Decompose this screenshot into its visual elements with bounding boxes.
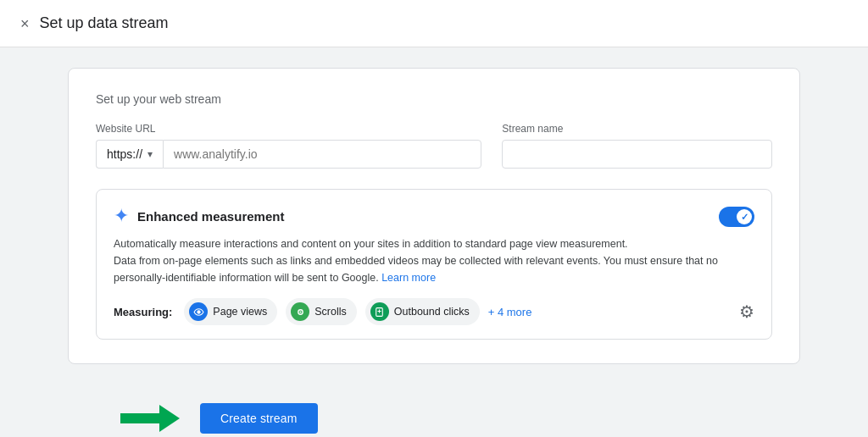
protocol-select[interactable]: https:// ▾ — [96, 140, 163, 169]
bottom-bar: Create stream — [53, 384, 815, 437]
page-views-label: Page views — [213, 306, 267, 318]
check-icon: ✓ — [741, 212, 748, 223]
scrolls-label: Scrolls — [314, 306, 347, 318]
arrow-container — [120, 401, 180, 435]
measuring-label: Measuring: — [114, 306, 172, 318]
svg-point-0 — [197, 310, 200, 313]
website-url-input[interactable]: www.analytify.io — [163, 140, 481, 169]
form-row: Website URL https:// ▾ www.analytify.io … — [96, 123, 772, 169]
learn-more-link[interactable]: Learn more — [381, 272, 436, 284]
svg-point-2 — [299, 311, 301, 313]
scrolls-icon — [291, 302, 309, 321]
main-content: Set up your web stream Website URL https… — [0, 47, 868, 384]
outbound-clicks-icon — [370, 302, 389, 321]
chevron-down-icon: ▾ — [147, 148, 153, 160]
toggle-knob: ✓ — [737, 209, 752, 224]
enhanced-header-left: ✦ Enhanced measurement — [114, 207, 284, 225]
protocol-value: https:// — [107, 147, 142, 161]
create-stream-button[interactable]: Create stream — [200, 403, 318, 434]
website-url-label: Website URL — [96, 123, 481, 135]
page-views-chip: Page views — [184, 298, 277, 325]
desc-line1: Automatically measure interactions and c… — [114, 238, 628, 250]
scrolls-chip: Scrolls — [286, 298, 357, 325]
stream-name-input[interactable]: testing — [502, 140, 772, 169]
sparkle-icon: ✦ — [114, 207, 129, 225]
gear-icon[interactable]: ⚙ — [739, 301, 754, 322]
enhanced-toggle[interactable]: ✓ — [719, 207, 754, 227]
green-arrow-icon — [120, 401, 180, 435]
enhanced-description: Automatically measure interactions and c… — [114, 235, 754, 286]
website-url-group: Website URL https:// ▾ www.analytify.io — [96, 123, 481, 169]
outbound-clicks-label: Outbound clicks — [394, 306, 470, 318]
page-views-icon — [189, 302, 208, 321]
stream-name-group: Stream name testing — [502, 123, 772, 169]
setup-card: Set up your web stream Website URL https… — [68, 68, 800, 364]
card-title: Set up your web stream — [96, 92, 772, 106]
stream-name-label: Stream name — [502, 123, 772, 135]
top-bar: × Set up data stream — [0, 0, 868, 47]
url-input-group: https:// ▾ www.analytify.io — [96, 140, 481, 169]
close-icon[interactable]: × — [20, 16, 30, 31]
enhanced-measurement-box: ✦ Enhanced measurement ✓ Automatically m… — [96, 189, 772, 340]
enhanced-header: ✦ Enhanced measurement ✓ — [114, 207, 754, 227]
more-link[interactable]: + 4 more — [488, 306, 532, 318]
measuring-row: Measuring: Page views Scrolls — [114, 298, 754, 325]
enhanced-title: Enhanced measurement — [137, 209, 284, 224]
page-title: Set up data stream — [40, 14, 169, 32]
outbound-clicks-chip: Outbound clicks — [365, 298, 480, 325]
